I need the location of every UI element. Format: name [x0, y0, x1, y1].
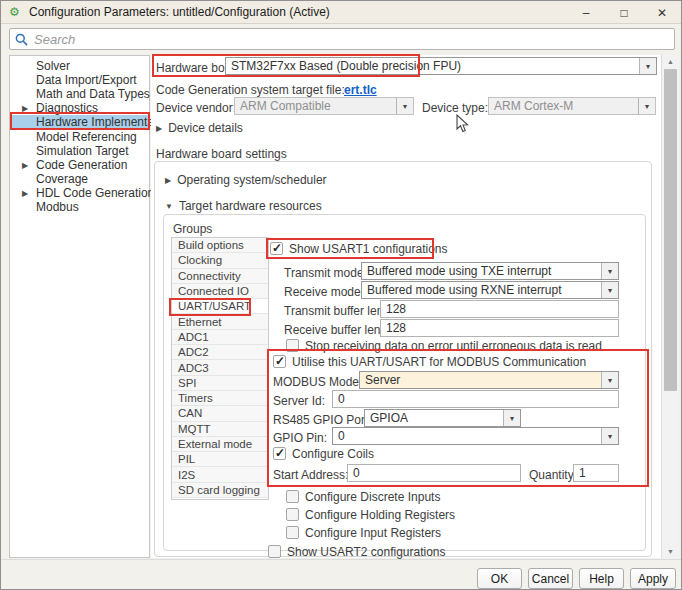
target-hardware-resources-toggle[interactable]: Target hardware resources: [165, 199, 322, 213]
sidebar-item-code-generation[interactable]: Code Generation: [11, 158, 149, 172]
close-button[interactable]: ✕: [643, 1, 681, 24]
group-item-i2s[interactable]: I2S: [172, 467, 268, 482]
quantity-input[interactable]: 1: [573, 464, 619, 482]
utilise-modbus-label: Utilise this UART/USART for MODBUS Commu…: [292, 355, 586, 369]
checkbox-utilise-modbus[interactable]: [273, 355, 286, 368]
cancel-button[interactable]: Cancel: [528, 568, 573, 589]
search-input[interactable]: Search: [9, 28, 675, 50]
group-item-adc2[interactable]: ADC2: [172, 345, 268, 360]
expand-arrow-icon[interactable]: [156, 124, 162, 133]
scrollbar-thumb[interactable]: [664, 69, 677, 391]
checkbox-configure-input-registers[interactable]: [286, 526, 299, 539]
gpio-pin-dropdown[interactable]: 0: [332, 427, 619, 445]
sidebar-item-modbus[interactable]: Modbus: [11, 200, 149, 214]
expand-arrow-icon[interactable]: [22, 189, 28, 198]
group-item-clocking[interactable]: Clocking: [172, 253, 268, 268]
group-item-adc1[interactable]: ADC1: [172, 330, 268, 345]
group-item-ethernet[interactable]: Ethernet: [172, 314, 268, 329]
scroll-up-icon[interactable]: ▲: [662, 55, 679, 68]
maximize-button[interactable]: □: [605, 1, 643, 24]
group-item-pil[interactable]: PIL: [172, 452, 268, 467]
scroll-down-icon[interactable]: ▼: [662, 545, 679, 558]
category-tree: Solver Data Import/Export Math and Data …: [9, 55, 150, 558]
group-item-spi[interactable]: SPI: [172, 376, 268, 391]
footer-bar: OK Cancel Help Apply: [1, 559, 682, 590]
group-item-can[interactable]: CAN: [172, 406, 268, 421]
sidebar-item-data-import-export[interactable]: Data Import/Export: [11, 73, 149, 87]
rs485-gpio-port-dropdown[interactable]: GPIOA: [364, 409, 521, 427]
chevron-down-icon[interactable]: [601, 372, 618, 388]
stop-receiving-label: Stop receiving data on error until erron…: [305, 339, 602, 353]
sidebar-item-math-data-types[interactable]: Math and Data Types: [11, 87, 149, 101]
start-address-label: Start Address:: [273, 468, 348, 482]
checkbox-configure-coils[interactable]: [273, 447, 286, 460]
configuration-parameters-window: ⚙ Configuration Parameters: untitled/Con…: [0, 0, 682, 590]
collapse-arrow-icon[interactable]: [165, 202, 173, 211]
minimize-button[interactable]: –: [567, 1, 605, 24]
mouse-cursor-icon: [456, 114, 469, 133]
sidebar-item-coverage[interactable]: Coverage: [11, 172, 149, 186]
quantity-label: Quantity:: [529, 468, 577, 482]
server-id-label: Server Id:: [273, 394, 325, 408]
simulink-settings-icon: ⚙: [9, 6, 22, 19]
modbus-mode-dropdown[interactable]: Server: [359, 371, 619, 389]
checkbox-configure-discrete-inputs[interactable]: [286, 490, 299, 503]
group-item-external-mode[interactable]: External mode: [172, 437, 268, 452]
gpio-pin-label: GPIO Pin:: [273, 431, 327, 445]
sidebar-item-hardware-implementation[interactable]: Hardware Implementation: [11, 115, 149, 129]
transmit-buffer-input[interactable]: 128: [380, 300, 619, 318]
receive-mode-label: Receive mode:: [284, 285, 364, 299]
window-title: Configuration Parameters: untitled/Confi…: [29, 5, 330, 19]
checkbox-show-usart1[interactable]: [270, 242, 283, 255]
titlebar: ⚙ Configuration Parameters: untitled/Con…: [1, 1, 681, 24]
chevron-down-icon: [638, 98, 655, 114]
sidebar-item-diagnostics[interactable]: Diagnostics: [11, 101, 149, 115]
group-item-timers[interactable]: Timers: [172, 391, 268, 406]
start-address-input[interactable]: 0: [347, 464, 521, 482]
checkbox-configure-holding-registers[interactable]: [286, 508, 299, 521]
modbus-mode-label: MODBUS Mode:: [273, 375, 362, 389]
device-type-dropdown: ARM Cortex-M: [488, 97, 656, 115]
chevron-down-icon[interactable]: [601, 428, 618, 444]
chevron-down-icon[interactable]: [601, 282, 618, 298]
expand-arrow-icon[interactable]: [22, 161, 28, 170]
ok-button[interactable]: OK: [477, 568, 522, 589]
server-id-input[interactable]: 0: [332, 390, 619, 408]
search-icon: [15, 33, 28, 46]
group-item-uart-usart[interactable]: UART/USART: [172, 299, 268, 314]
operating-system-scheduler-toggle[interactable]: Operating system/scheduler: [165, 173, 327, 187]
apply-button[interactable]: Apply: [630, 568, 676, 589]
chevron-down-icon[interactable]: [503, 410, 520, 426]
configure-holding-registers-label: Configure Holding Registers: [305, 508, 455, 522]
hardware-board-dropdown[interactable]: STM32F7xx Based (Double precision FPU): [225, 57, 657, 75]
transmit-mode-dropdown[interactable]: Buffered mode using TXE interrupt: [361, 262, 619, 280]
sidebar-item-solver[interactable]: Solver: [11, 59, 149, 73]
group-item-connectivity[interactable]: Connectivity: [172, 269, 268, 284]
chevron-down-icon[interactable]: [639, 58, 656, 74]
expand-arrow-icon[interactable]: [165, 176, 171, 185]
group-item-build-options[interactable]: Build options: [172, 238, 268, 253]
group-item-adc3[interactable]: ADC3: [172, 360, 268, 375]
sidebar-item-model-referencing[interactable]: Model Referencing: [11, 130, 149, 144]
checkbox-stop-receiving[interactable]: [286, 339, 299, 352]
help-button[interactable]: Help: [579, 568, 624, 589]
chevron-down-icon: [396, 98, 413, 114]
vertical-scrollbar[interactable]: ▲ ▼: [661, 55, 678, 558]
sidebar-item-simulation-target[interactable]: Simulation Target: [11, 144, 149, 158]
search-placeholder: Search: [34, 32, 75, 47]
groups-list: Build options Clocking Connectivity Conn…: [171, 237, 269, 500]
device-vendor-label: Device vendor:: [156, 101, 236, 115]
expand-arrow-icon[interactable]: [22, 104, 28, 113]
ert-tlc-link[interactable]: ert.tlc: [344, 83, 377, 97]
hardware-board-settings-heading: Hardware board settings: [156, 147, 287, 161]
receive-mode-dropdown[interactable]: Buffered mode using RXNE interrupt: [361, 281, 619, 299]
group-item-connected-io[interactable]: Connected IO: [172, 284, 268, 299]
group-item-mqtt[interactable]: MQTT: [172, 422, 268, 437]
receive-buffer-input[interactable]: 128: [380, 319, 619, 337]
device-details-toggle[interactable]: Device details: [156, 121, 243, 135]
group-item-sd-card-logging[interactable]: SD card logging: [172, 483, 268, 498]
sidebar-item-hdl-code-generation[interactable]: HDL Code Generation: [11, 186, 149, 200]
chevron-down-icon[interactable]: [601, 263, 618, 279]
checkbox-show-usart2[interactable]: [268, 545, 281, 558]
transmit-mode-label: Transmit mode:: [284, 266, 367, 280]
